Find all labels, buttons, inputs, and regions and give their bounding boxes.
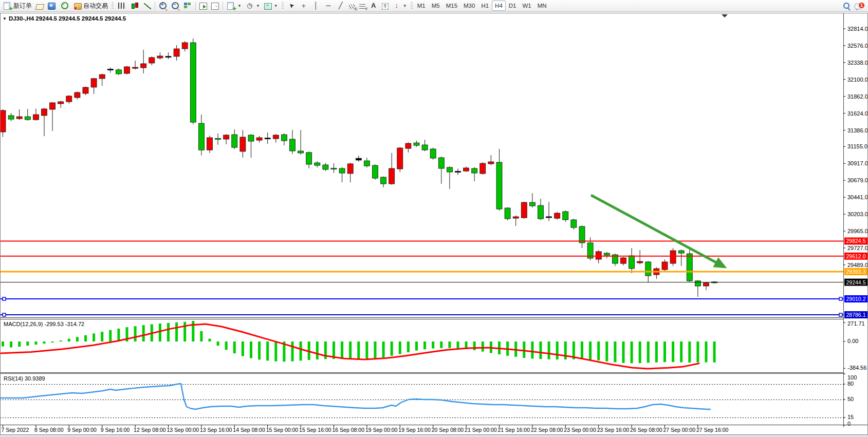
indicators-button[interactable]: ▼: [225, 1, 244, 11]
price-tick-label: 29727.0: [847, 245, 868, 251]
text-label-button[interactable]: T: [380, 1, 391, 11]
trendline-button[interactable]: ╱: [335, 1, 347, 11]
candle-bullish: [389, 168, 395, 184]
periods-button[interactable]: ◷▼: [244, 1, 262, 11]
channel-button[interactable]: [347, 1, 357, 11]
bar-chart-button[interactable]: [115, 1, 127, 11]
macd-histogram-bar: [663, 341, 666, 362]
time-tick-label: 15 Sep 16:00: [299, 427, 331, 433]
candlestick-chart[interactable]: 32814.032576.032338.032100.031862.031624…: [0, 13, 868, 437]
timeframe-h4[interactable]: H4: [492, 1, 506, 11]
signals-button[interactable]: [58, 1, 72, 11]
candle-bearish: [538, 205, 544, 219]
macd-histogram-bar: [316, 341, 319, 359]
macd-tick-label: 271.71: [847, 320, 865, 327]
candle-bearish: [563, 212, 568, 220]
zoom-out-button[interactable]: −: [169, 1, 181, 11]
chat-button[interactable]: 1: [853, 1, 864, 11]
candle-bullish: [133, 67, 138, 68]
macd-histogram-bar: [713, 341, 716, 363]
candle-bearish: [198, 123, 204, 150]
chart-shift-button[interactable]: [209, 1, 221, 11]
timeframe-m30[interactable]: M30: [460, 1, 478, 11]
auto-trading-button[interactable]: 自动交易: [72, 1, 110, 11]
time-tick-label: 8 Sep 08:00: [34, 427, 64, 433]
candle-bullish: [546, 217, 552, 218]
time-tick-label: 13 Sep 16:00: [200, 427, 232, 433]
macd-histogram-bar: [523, 341, 525, 358]
candle-bearish: [116, 70, 121, 74]
macd-histogram-bar: [242, 341, 244, 356]
time-tick-label: 13 Sep 00:00: [167, 427, 199, 433]
profile-icon: [48, 3, 56, 10]
fibonacci-button[interactable]: [357, 1, 367, 11]
time-tick-label: 20 Sep 08:00: [432, 427, 464, 433]
macd-histogram-bar: [2, 341, 4, 346]
macd-histogram-bar: [300, 341, 302, 360]
candle-bearish: [339, 168, 345, 173]
candle-bullish: [488, 162, 494, 164]
metaeditor-button[interactable]: [34, 1, 46, 11]
line-chart-icon: [144, 3, 151, 9]
line-handle[interactable]: [3, 313, 6, 316]
chevron-down-icon: ▼: [256, 4, 260, 8]
price-tick-label: 30203.0: [847, 211, 868, 217]
timeframe-w1[interactable]: W1: [520, 1, 534, 11]
time-tick-label: 9 Sep 16:00: [101, 427, 130, 433]
chevron-down-icon: ▼: [274, 4, 278, 8]
candle-bullish: [480, 163, 486, 174]
line-handle[interactable]: [839, 297, 842, 300]
timeframe-h1[interactable]: H1: [478, 1, 492, 11]
macd-histogram-bar: [597, 341, 600, 360]
horizontal-line-button[interactable]: ─: [322, 1, 335, 11]
line-handle[interactable]: [839, 313, 842, 316]
macd-label: MACD(12,26,9) -299.53 -314.72: [4, 321, 84, 327]
candlestick-button[interactable]: [127, 1, 142, 11]
macd-histogram-bar: [399, 341, 401, 354]
candle-bearish: [306, 153, 312, 164]
auto-scroll-button[interactable]: [197, 1, 209, 11]
candle-bearish: [290, 139, 296, 151]
zoom-in-button[interactable]: +: [157, 1, 169, 11]
timeframe-m5[interactable]: M5: [429, 1, 443, 11]
macd-histogram-bar: [10, 341, 12, 348]
timeframe-m15[interactable]: M15: [443, 1, 460, 11]
search-button[interactable]: [840, 1, 853, 11]
profiles-button[interactable]: [46, 1, 58, 11]
arrows-button[interactable]: ↕▼: [391, 1, 409, 11]
cursor-button[interactable]: ➤: [285, 1, 298, 11]
tile-windows-button[interactable]: [181, 1, 194, 11]
time-tick-label: 9 Sep 00:00: [67, 427, 97, 433]
templates-button[interactable]: ▼: [262, 1, 280, 11]
candle-bearish: [430, 149, 436, 158]
vertical-line-button[interactable]: │: [310, 1, 322, 11]
candle-bullish: [91, 79, 97, 87]
new-order-button[interactable]: 新订单: [1, 1, 34, 11]
macd-histogram-bar: [415, 341, 418, 351]
candle-bullish: [240, 137, 246, 151]
line-chart-button[interactable]: [142, 1, 153, 11]
time-tick-label: 26 Sep 08:00: [630, 427, 662, 433]
macd-histogram-bar: [540, 341, 542, 359]
candle-bearish: [629, 256, 635, 269]
timeframe-d1[interactable]: D1: [506, 1, 520, 11]
rsi-label: RSI(14) 30.9389: [4, 375, 45, 382]
macd-histogram-bar: [117, 329, 120, 341]
line-handle[interactable]: [3, 297, 6, 300]
candle-bullish: [356, 158, 361, 160]
candle-bearish: [422, 145, 428, 150]
macd-histogram-bar: [548, 341, 550, 359]
text-button[interactable]: A: [367, 1, 380, 11]
crosshair-button[interactable]: ＋: [298, 1, 310, 11]
arrows-icon: ↕: [393, 2, 401, 10]
text-label-icon: T: [382, 3, 389, 10]
price-line-label: 29824.5: [846, 238, 866, 244]
timeframe-m1[interactable]: M1: [414, 1, 429, 11]
price-tick-label: 31386.0: [847, 127, 868, 134]
price-line-label: 29612.0: [846, 253, 866, 259]
macd-histogram-bar: [349, 341, 352, 359]
collapse-icon[interactable]: ▼: [3, 16, 7, 21]
macd-histogram-bar: [250, 341, 252, 358]
timeframe-mn[interactable]: MN: [534, 1, 550, 11]
candle-bearish: [364, 161, 370, 166]
